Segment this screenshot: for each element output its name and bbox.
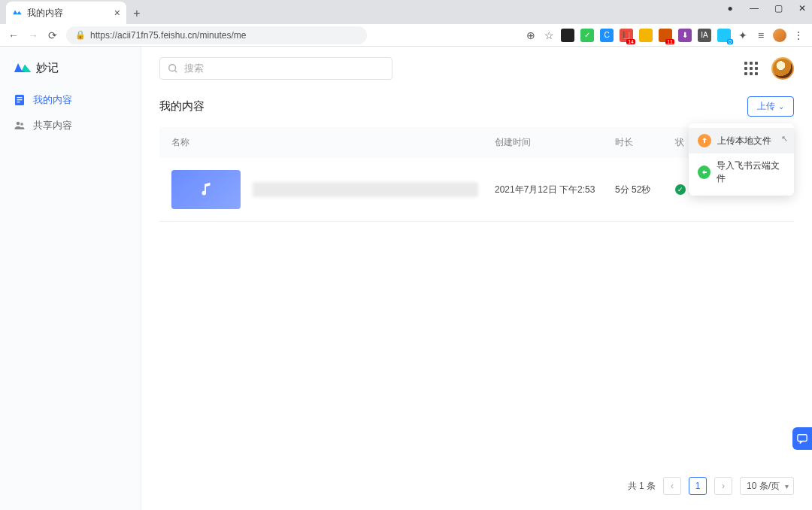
reading-list-icon[interactable]: ≡: [755, 29, 767, 41]
pagination: 共 1 条 ‹ 1 › 10 条/页: [628, 477, 794, 495]
help-fab-button[interactable]: [792, 427, 812, 450]
new-tab-button[interactable]: +: [126, 3, 147, 24]
col-header-name: 名称: [171, 136, 495, 149]
row-name-cell: [253, 182, 495, 197]
tab-title: 我的内容: [27, 7, 63, 20]
cloud-import-icon: [698, 165, 710, 179]
pager-page-1[interactable]: 1: [689, 477, 707, 495]
sidebar: 妙记 我的内容 共享内容: [0, 47, 141, 510]
svg-rect-8: [798, 435, 807, 442]
music-note-icon: [198, 181, 214, 198]
pager-per-page-select[interactable]: 10 条/页: [740, 477, 794, 495]
window-extra-icon[interactable]: ●: [725, 3, 735, 14]
sidebar-item-label: 共享内容: [33, 119, 72, 132]
ext-icon-1[interactable]: [561, 29, 574, 42]
window-close-icon[interactable]: ✕: [797, 3, 807, 14]
chevron-down-icon: ⌄: [778, 102, 784, 111]
upload-button[interactable]: 上传 ⌄: [747, 96, 794, 117]
row-thumbnail: [171, 170, 241, 209]
svg-rect-3: [17, 102, 20, 102]
user-avatar[interactable]: [771, 57, 794, 80]
pager-next-button[interactable]: ›: [714, 477, 732, 495]
search-icon: [168, 63, 178, 74]
upload-button-label: 上传: [757, 100, 775, 113]
svg-rect-2: [17, 99, 23, 100]
upload-file-icon: [698, 134, 711, 147]
extensions-puzzle-icon[interactable]: ✦: [737, 29, 749, 41]
extension-tray: ⊕ ☆ ✓ C 📕14 11 ⬇ IA 0 ✦ ≡ ⋮: [525, 29, 804, 42]
ext-icon-6[interactable]: 11: [659, 29, 672, 42]
sidebar-item-my-content[interactable]: 我的内容: [0, 87, 141, 113]
ext-icon-5[interactable]: [639, 29, 653, 42]
search-input[interactable]: 搜索: [159, 57, 392, 80]
logo-text: 妙记: [36, 61, 59, 75]
nav-forward-icon: →: [27, 29, 39, 41]
bookmark-star-icon[interactable]: ☆: [543, 29, 555, 41]
svg-rect-1: [17, 97, 23, 98]
browser-menu-icon[interactable]: ⋮: [792, 29, 804, 41]
check-circle-icon: ✓: [675, 184, 686, 195]
address-bar[interactable]: 🔒 https://acii71fn75.feishu.cn/minutes/m…: [66, 26, 367, 44]
ext-icon-2[interactable]: ✓: [580, 29, 594, 42]
col-header-duration: 时长: [615, 136, 675, 149]
ext-icon-7[interactable]: ⬇: [678, 29, 692, 42]
col-header-created: 创建时间: [495, 136, 615, 149]
pager-prev-button[interactable]: ‹: [663, 477, 681, 495]
sidebar-item-label: 我的内容: [33, 93, 72, 107]
dropdown-item-label: 导入飞书云端文件: [717, 159, 785, 185]
dropdown-item-import-cloud[interactable]: 导入飞书云端文件: [689, 153, 794, 191]
chat-help-icon: [797, 433, 807, 444]
svg-point-5: [20, 123, 23, 126]
window-minimize-icon[interactable]: —: [749, 3, 759, 14]
nav-reload-icon[interactable]: ⟳: [47, 29, 59, 41]
search-placeholder: 搜索: [184, 62, 204, 75]
page-title: 我的内容: [159, 99, 205, 114]
url-text: https://acii71fn75.feishu.cn/minutes/me: [90, 30, 246, 41]
lock-icon: 🔒: [75, 30, 86, 40]
ext-icon-9[interactable]: 0: [717, 29, 731, 42]
people-icon: [14, 120, 26, 132]
apps-grid-icon[interactable]: [744, 62, 758, 75]
svg-point-6: [169, 65, 176, 71]
ext-icon-3[interactable]: C: [600, 29, 614, 42]
dropdown-item-upload-local[interactable]: 上传本地文件 ↖: [689, 128, 794, 153]
browser-tab[interactable]: 我的内容 ×: [6, 2, 126, 24]
ext-icon-4[interactable]: 📕14: [620, 29, 633, 42]
logo-mark-icon: [14, 60, 32, 75]
cursor-icon: ↖: [781, 134, 788, 144]
svg-line-7: [175, 71, 177, 73]
pager-total: 共 1 条: [628, 480, 656, 493]
svg-point-4: [17, 122, 20, 126]
upload-dropdown: 上传本地文件 ↖ 导入飞书云端文件: [689, 123, 794, 196]
row-created: 2021年7月12日 下午2:53: [495, 184, 615, 196]
document-icon: [14, 94, 26, 106]
dropdown-item-label: 上传本地文件: [717, 135, 771, 147]
browser-chrome: ● — ▢ ✕ 我的内容 × + ← → ⟳ 🔒 https://acii71f…: [0, 0, 812, 47]
app-logo[interactable]: 妙记: [0, 60, 141, 87]
row-name-redacted: [253, 182, 478, 197]
nav-back-icon[interactable]: ←: [8, 29, 20, 41]
sidebar-item-shared-content[interactable]: 共享内容: [0, 113, 141, 138]
profile-avatar-icon[interactable]: [773, 29, 786, 42]
zoom-icon[interactable]: ⊕: [525, 29, 537, 41]
tab-favicon-icon: [12, 8, 23, 18]
window-maximize-icon[interactable]: ▢: [773, 3, 783, 14]
row-duration: 5分 52秒: [615, 184, 675, 196]
ext-icon-8[interactable]: IA: [698, 29, 711, 42]
pager-per-page-label: 10 条/页: [747, 480, 780, 493]
tab-close-icon[interactable]: ×: [114, 7, 120, 19]
